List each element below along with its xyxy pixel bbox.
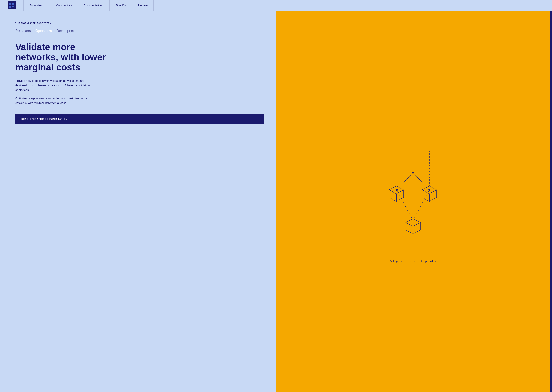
nav-item-documentation[interactable]: Documentation ▾ (78, 0, 110, 11)
svg-marker-19 (422, 190, 429, 201)
tab-restakers[interactable]: Restakers (15, 29, 31, 33)
navbar: Ecosystem ▾ Community ▾ Documentation ▾ … (0, 0, 552, 11)
right-border-accent (551, 11, 552, 392)
tab-row: Restakers Operators Developers (15, 29, 264, 33)
svg-rect-3 (12, 6, 14, 7)
nav-item-community[interactable]: Community ▾ (51, 0, 78, 11)
tab-developers[interactable]: Developers (57, 29, 74, 33)
svg-marker-22 (406, 222, 413, 234)
page-wrapper: THE EIGENLAYER ECOSYSTEM Restakers Opera… (0, 0, 552, 392)
hero-description-2: Optimize usage across your nodes, and ma… (15, 96, 96, 105)
nav-links: Ecosystem ▾ Community ▾ Documentation ▾ … (23, 0, 544, 11)
svg-marker-21 (406, 219, 420, 226)
diagram-container: Delegate to selected operators (378, 148, 450, 255)
svg-marker-17 (396, 190, 404, 201)
chevron-down-icon: ▾ (44, 4, 44, 6)
chevron-down-icon: ▾ (71, 4, 72, 6)
nav-item-eigenda[interactable]: EigenDA (110, 0, 132, 11)
svg-rect-2 (9, 6, 12, 8)
svg-line-7 (397, 190, 413, 221)
diagram-label: Delegate to selected operators (390, 260, 438, 263)
svg-point-13 (428, 189, 430, 191)
tab-operators[interactable]: Operators (36, 29, 52, 33)
left-panel: THE EIGENLAYER ECOSYSTEM Restakers Opera… (0, 11, 276, 392)
right-panel: Delegate to selected operators (276, 11, 552, 392)
hero-title: Validate more networks, with lower margi… (15, 42, 107, 72)
svg-rect-0 (9, 3, 12, 5)
network-diagram (378, 148, 450, 251)
logo[interactable] (8, 1, 16, 9)
svg-marker-20 (429, 190, 437, 201)
svg-point-14 (412, 172, 414, 174)
hero-description-1: Provide new protocols with validation se… (15, 78, 96, 92)
svg-marker-16 (389, 190, 396, 201)
ecosystem-label: THE EIGENLAYER ECOSYSTEM (15, 22, 264, 24)
svg-rect-1 (12, 3, 14, 5)
svg-point-12 (396, 189, 398, 191)
nav-item-ecosystem[interactable]: Ecosystem ▾ (23, 0, 51, 11)
cta-button[interactable]: READ OPERATOR DOCUMENTATION (15, 114, 264, 124)
svg-line-8 (413, 190, 429, 221)
chevron-down-icon: ▾ (103, 4, 104, 6)
nav-item-restake[interactable]: Restake (132, 0, 153, 11)
svg-line-9 (397, 173, 413, 190)
svg-marker-23 (413, 222, 420, 234)
